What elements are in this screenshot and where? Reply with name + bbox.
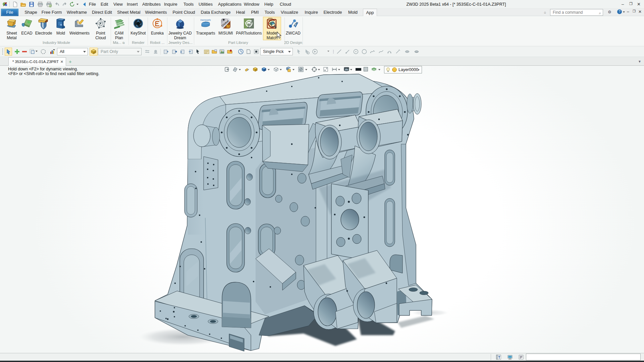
svg-text:M: M	[226, 24, 230, 29]
svg-text:traceparts: traceparts	[200, 19, 211, 21]
